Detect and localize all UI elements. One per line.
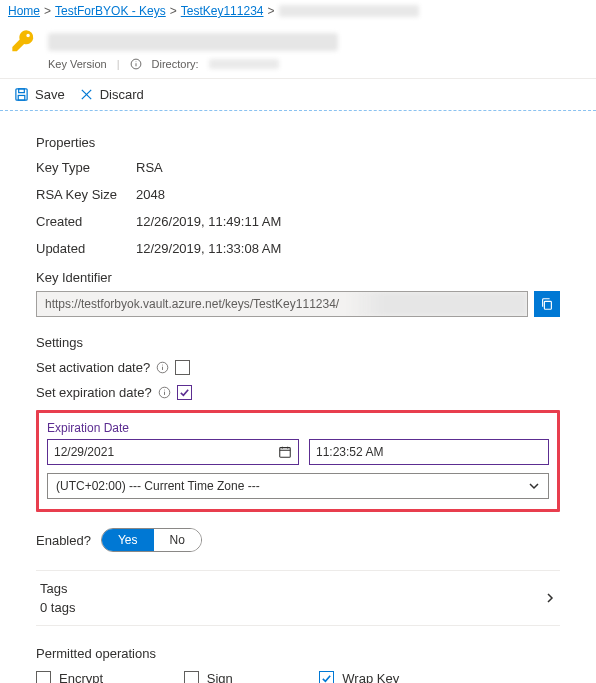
breadcrumb-home[interactable]: Home [8, 4, 40, 18]
prop-created: Created 12/26/2019, 11:49:11 AM [36, 214, 560, 229]
calendar-icon[interactable] [278, 445, 292, 459]
wrap-label: Wrap Key [342, 671, 399, 683]
prop-key-type: Key Type RSA [36, 160, 560, 175]
check-icon [179, 387, 190, 398]
key-identifier-field[interactable]: https://testforbyok.vault.azure.net/keys… [36, 291, 528, 317]
subtitle-text: Key Version [48, 58, 107, 70]
breadcrumb: Home > TestForBYOK - Keys > TestKey11123… [0, 0, 596, 22]
tags-count: 0 tags [40, 600, 75, 615]
page-title-row [0, 22, 596, 58]
tags-row[interactable]: Tags 0 tags [36, 570, 560, 626]
expiration-date-label: Expiration Date [47, 421, 549, 435]
chevron-down-icon [528, 480, 540, 492]
activation-checkbox[interactable] [175, 360, 190, 375]
label: RSA Key Size [36, 187, 136, 202]
value: 2048 [136, 187, 165, 202]
expiration-checkbox[interactable] [177, 385, 192, 400]
enabled-yes[interactable]: Yes [102, 529, 154, 551]
svg-rect-4 [19, 89, 25, 93]
key-identifier-value: https://testforbyok.vault.azure.net/keys… [45, 297, 339, 311]
enabled-row: Enabled? Yes No [36, 528, 560, 552]
sign-checkbox[interactable] [184, 671, 199, 683]
breadcrumb-key[interactable]: TestKey111234 [181, 4, 264, 18]
copy-button[interactable] [534, 291, 560, 317]
enabled-no[interactable]: No [154, 529, 201, 551]
label: Key Type [36, 160, 136, 175]
encrypt-checkbox[interactable] [36, 671, 51, 683]
set-activation-row: Set activation date? [36, 360, 560, 375]
timezone-select[interactable]: (UTC+02:00) --- Current Time Zone --- [47, 473, 549, 499]
date-value: 12/29/2021 [54, 445, 114, 459]
set-activation-label: Set activation date? [36, 360, 150, 375]
label: Updated [36, 241, 136, 256]
svg-rect-8 [544, 301, 551, 309]
set-expiration-label: Set expiration date? [36, 385, 152, 400]
prop-updated: Updated 12/29/2019, 11:33:08 AM [36, 241, 560, 256]
check-icon [321, 673, 332, 683]
toolbar: Save Discard [0, 79, 596, 111]
properties-heading: Properties [36, 135, 560, 150]
enabled-label: Enabled? [36, 533, 91, 548]
discard-button[interactable]: Discard [79, 87, 144, 102]
help-icon[interactable] [156, 361, 169, 374]
identifier-redacted [347, 292, 527, 316]
prop-rsa-size: RSA Key Size 2048 [36, 187, 560, 202]
save-label: Save [35, 87, 65, 102]
close-icon [79, 87, 94, 102]
time-value: 11:23:52 AM [316, 445, 383, 459]
chevron-right-icon: > [267, 4, 274, 18]
page-title-redacted [48, 33, 338, 51]
expiration-date-section: Expiration Date 12/29/2021 11:23:52 AM (… [36, 410, 560, 512]
chevron-right-icon [544, 592, 556, 604]
key-icon [10, 28, 38, 56]
page-subtitle: Key Version | Directory: [0, 58, 596, 78]
svg-point-11 [162, 365, 163, 366]
permitted-heading: Permitted operations [36, 646, 560, 661]
breadcrumb-version-redacted [279, 5, 419, 17]
sign-label: Sign [207, 671, 233, 683]
svg-rect-3 [16, 89, 27, 100]
help-icon[interactable] [158, 386, 171, 399]
info-icon [130, 58, 142, 70]
svg-rect-15 [280, 448, 291, 458]
chevron-right-icon: > [44, 4, 51, 18]
directory-redacted [209, 59, 279, 69]
discard-label: Discard [100, 87, 144, 102]
expiration-time-input[interactable]: 11:23:52 AM [309, 439, 549, 465]
settings-heading: Settings [36, 335, 560, 350]
key-identifier-label: Key Identifier [36, 270, 560, 285]
permitted-operations: Encrypt Decrypt Sign Verify Wrap Key Unw… [36, 671, 560, 683]
set-expiration-row: Set expiration date? [36, 385, 560, 400]
save-icon [14, 87, 29, 102]
value: 12/29/2019, 11:33:08 AM [136, 241, 281, 256]
enabled-toggle[interactable]: Yes No [101, 528, 202, 552]
directory-label: Directory: [152, 58, 199, 70]
tags-label: Tags [40, 581, 75, 596]
save-button[interactable]: Save [14, 87, 65, 102]
expiration-date-input[interactable]: 12/29/2021 [47, 439, 299, 465]
svg-point-2 [135, 61, 136, 62]
wrap-checkbox[interactable] [319, 671, 334, 683]
svg-rect-5 [18, 95, 25, 100]
timezone-value: (UTC+02:00) --- Current Time Zone --- [56, 479, 260, 493]
chevron-right-icon: > [170, 4, 177, 18]
value: RSA [136, 160, 163, 175]
copy-icon [540, 297, 554, 311]
encrypt-label: Encrypt [59, 671, 103, 683]
svg-point-14 [164, 390, 165, 391]
label: Created [36, 214, 136, 229]
divider: | [117, 58, 120, 70]
value: 12/26/2019, 11:49:11 AM [136, 214, 281, 229]
breadcrumb-vault[interactable]: TestForBYOK - Keys [55, 4, 166, 18]
